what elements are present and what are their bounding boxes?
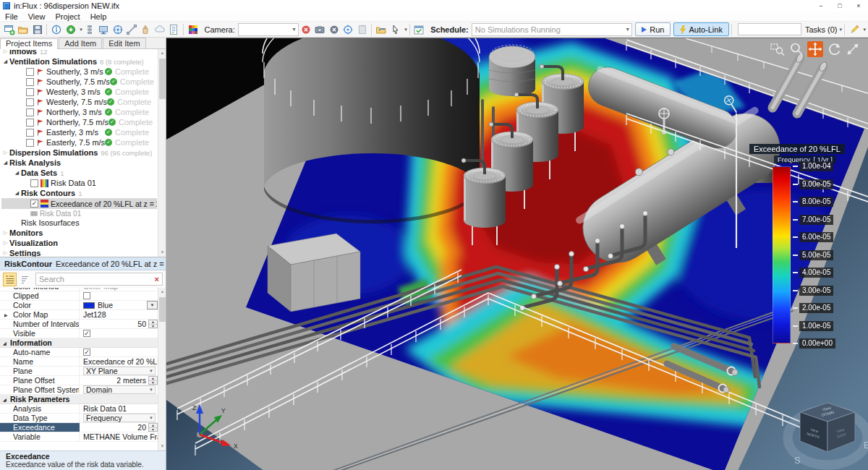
expander-icon[interactable]: ▷	[1, 230, 9, 236]
target-icon[interactable]	[111, 22, 124, 37]
scroll-down-icon[interactable]: ▼	[158, 249, 166, 257]
new-window-icon[interactable]	[2, 22, 16, 37]
menu-item[interactable]: Project	[50, 12, 85, 21]
item-checkbox[interactable]	[26, 119, 34, 127]
item-checkbox[interactable]	[26, 98, 34, 106]
plane-offset-system-select[interactable]: Domain▼	[83, 385, 156, 394]
tree-item-simulation[interactable]: Westerly, 7.5 m/s ✓Complete	[1, 97, 157, 107]
tree-scrollbar[interactable]: ▲ ▼	[158, 49, 166, 257]
pencil-icon[interactable]	[847, 22, 861, 37]
open-folder-icon[interactable]	[16, 22, 30, 37]
clipped-checkbox[interactable]	[83, 292, 90, 299]
item-checkbox[interactable]	[26, 139, 34, 147]
tasks-label[interactable]: Tasks (0)	[805, 25, 838, 34]
variable-select[interactable]: METHANE Volume Fraction, %LF▼	[80, 432, 158, 441]
task-filter-input[interactable]	[738, 23, 801, 35]
color-dropdown-button[interactable]: ▼	[147, 301, 158, 309]
item-checkbox[interactable]	[26, 129, 34, 137]
tree-node-dispersion[interactable]: ▷ Dispersion Simulations96 (96 complete)	[1, 148, 157, 158]
maximize-button[interactable]: □	[830, 0, 849, 12]
color-map-value[interactable]: Jet128	[80, 310, 158, 319]
expander-icon[interactable]: ▷	[1, 250, 9, 256]
camera-capture-icon[interactable]	[312, 22, 326, 37]
expander-icon[interactable]: ▷	[1, 240, 9, 246]
section-risk-parameters[interactable]: ◢Risk Parameters	[0, 395, 158, 404]
name-value[interactable]: Exceedance of 20 %LFL at z = 2	[80, 357, 158, 366]
item-checkbox[interactable]	[26, 68, 34, 76]
scroll-up-icon[interactable]: ▲	[158, 288, 166, 296]
item-checkbox[interactable]	[30, 179, 38, 187]
expander-icon[interactable]: ◢	[1, 59, 9, 64]
tasks-caret[interactable]: ▾	[840, 27, 843, 33]
calendar-icon[interactable]	[412, 22, 426, 37]
zoom-window-icon[interactable]	[770, 41, 786, 57]
plane-offset-spinner[interactable]: ▲▼	[148, 376, 158, 385]
camera-close-icon[interactable]	[327, 22, 341, 37]
monitor-icon[interactable]	[96, 22, 110, 37]
tree-node-risk-isosurfaces[interactable]: Risk Isosurfaces	[1, 218, 157, 228]
colormap-icon[interactable]	[186, 22, 200, 37]
camera-delete-icon[interactable]	[299, 22, 312, 37]
tree-item-simulation[interactable]: Northerly, 3 m/s ✓Complete	[1, 107, 157, 117]
plane-select[interactable]: XY Plane▼	[83, 367, 156, 375]
expander-icon[interactable]: ◢	[13, 190, 21, 196]
tab-edit-item[interactable]: Edit Item	[103, 38, 145, 48]
tree-item-simulation[interactable]: Westerly, 3 m/s ✓Complete	[1, 87, 157, 97]
expander-icon[interactable]: ▷	[1, 150, 9, 155]
info-icon[interactable]	[49, 22, 63, 37]
exceedance-value[interactable]: 20▲▼	[80, 423, 158, 432]
tree-item-simulation[interactable]: Southerly, 7.5 m/s ✓Complete	[1, 77, 157, 87]
tree-item-simulation[interactable]: Easterly, 7.5 m/s ✓Complete	[1, 137, 157, 148]
cloud-icon[interactable]	[153, 22, 166, 37]
autolink-button[interactable]: Auto-Link	[673, 22, 728, 36]
scroll-thumb[interactable]	[159, 297, 166, 322]
schedule-select[interactable]: No Simulations Running▼	[472, 23, 632, 36]
data-type-select[interactable]: Frequency▼	[83, 414, 156, 422]
property-search-input[interactable]	[36, 275, 152, 283]
tree-node-data-sets[interactable]: ◢ Data Sets1	[1, 168, 157, 178]
scroll-down-icon[interactable]: ▼	[158, 443, 166, 450]
scroll-thumb[interactable]	[159, 59, 166, 99]
viewport-3d[interactable]: Z Y X S E View DOWN View NORTH	[166, 38, 868, 470]
tree-item-risk-contour-selected[interactable]: ✓ Exceedance of 20 %LFL at z = 2 meters	[1, 198, 157, 209]
tree-node-monitors[interactable]: ▷ Monitors	[1, 228, 157, 238]
tab-project-items[interactable]: Project Items	[0, 38, 58, 49]
hand-icon[interactable]	[139, 22, 153, 37]
sort-button[interactable]	[18, 273, 32, 286]
tree-icon[interactable]	[82, 22, 96, 37]
item-checkbox[interactable]	[26, 108, 34, 116]
menu-item[interactable]: Help	[85, 12, 112, 21]
pan-icon[interactable]	[807, 41, 823, 57]
grid-scrollbar[interactable]: ▲ ▼	[158, 288, 166, 450]
run-button[interactable]: Run	[635, 22, 671, 36]
cursor-icon[interactable]	[388, 22, 402, 37]
item-checkbox[interactable]: ✓	[30, 200, 38, 208]
tree-node-inflows[interactable]: ▷ Inflows12	[1, 50, 157, 56]
auto-name-checkbox[interactable]: ✓	[83, 349, 90, 356]
orbit-icon[interactable]	[826, 41, 842, 57]
camera-target-icon[interactable]	[341, 22, 354, 37]
clipboard-icon[interactable]	[355, 22, 369, 37]
categorize-button[interactable]	[3, 273, 17, 286]
measure-icon[interactable]	[124, 22, 138, 37]
link-folder-icon[interactable]	[374, 22, 388, 37]
minimize-button[interactable]: −	[812, 0, 830, 12]
intervals-value[interactable]: 50▲▼	[80, 320, 158, 328]
close-button[interactable]: ×	[849, 0, 868, 12]
tab-add-item[interactable]: Add Item	[59, 38, 102, 48]
tree-node-risk-contours[interactable]: ◢ Risk Contours1	[1, 188, 157, 198]
tree-item-simulation[interactable]: Southerly, 3 m/s ✓Complete	[1, 67, 157, 77]
cursor-caret[interactable]: ▾	[404, 27, 407, 33]
menu-item[interactable]: File	[0, 12, 23, 21]
report-icon[interactable]	[167, 22, 181, 37]
item-checkbox[interactable]	[26, 88, 34, 96]
expander-icon[interactable]: ◢	[13, 170, 21, 176]
tree-item-risk-data[interactable]: Risk Data 01	[1, 178, 157, 188]
zoom-icon[interactable]	[788, 41, 804, 57]
menu-item[interactable]: View	[23, 12, 51, 21]
tree-node-ventilation[interactable]: ◢ Ventilation Simulations8 (8 complete)	[1, 56, 157, 67]
clear-search-icon[interactable]: ×	[152, 275, 162, 283]
expander-icon[interactable]: ◢	[1, 160, 9, 166]
scroll-up-icon[interactable]: ▲	[158, 49, 166, 57]
plane-offset-value[interactable]: 2 meters▲▼	[80, 376, 158, 385]
